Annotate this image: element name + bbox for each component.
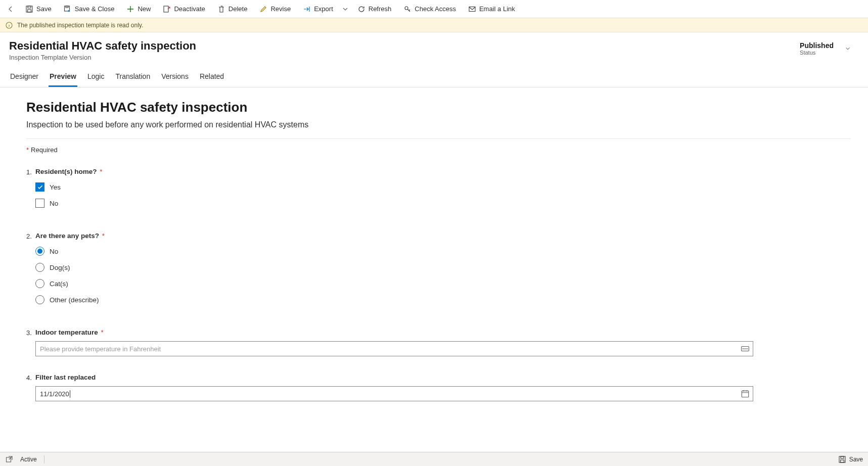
checkbox-icon — [35, 199, 44, 208]
delete-label: Delete — [229, 5, 248, 13]
deactivate-label: Deactivate — [174, 5, 205, 13]
date-input[interactable]: 11/1/2020 — [35, 386, 753, 401]
option-label: Dog(s) — [50, 264, 70, 271]
status-block: Published Status — [800, 41, 834, 56]
header-expand[interactable] — [842, 42, 854, 55]
asterisk-icon: * — [26, 146, 29, 154]
separator — [44, 455, 44, 463]
required-label: Required — [31, 146, 58, 154]
mail-icon — [468, 5, 476, 13]
question-number: 1. — [26, 168, 35, 176]
question-label: Are there any pets? * — [35, 232, 851, 240]
svg-rect-12 — [839, 456, 845, 462]
tab-related[interactable]: Related — [199, 70, 225, 87]
save-close-label: Save & Close — [75, 5, 115, 13]
export-icon — [303, 5, 311, 13]
save-close-button[interactable]: Save & Close — [59, 2, 120, 17]
form-preview: Residential HVAC safety inspection Inspe… — [0, 87, 868, 452]
checkbox-option-no[interactable]: No — [35, 199, 851, 208]
email-link-button[interactable]: Email a Link — [463, 2, 520, 17]
svg-rect-13 — [841, 456, 844, 458]
radio-icon — [35, 295, 44, 304]
calendar-icon[interactable] — [741, 389, 750, 398]
checkbox-icon — [35, 182, 44, 192]
svg-rect-0 — [26, 6, 32, 12]
plus-icon — [126, 5, 134, 13]
check-access-button[interactable]: Check Access — [398, 2, 461, 17]
radio-option-other[interactable]: Other (describe) — [35, 295, 851, 304]
key-icon — [403, 5, 412, 13]
radio-icon — [35, 263, 44, 272]
question-2: 2. Are there any pets? * No Dog(s) — [26, 232, 851, 311]
tab-logic[interactable]: Logic — [86, 70, 105, 87]
form-description: Inspection to be used before any work pe… — [26, 120, 851, 129]
delete-button[interactable]: Delete — [212, 2, 253, 17]
question-label: Indoor temperature * — [35, 329, 851, 336]
svg-rect-10 — [742, 391, 749, 397]
option-label: Yes — [50, 183, 61, 191]
tab-translation[interactable]: Translation — [114, 70, 151, 87]
new-label: New — [138, 5, 151, 13]
temperature-field[interactable] — [40, 345, 741, 353]
new-button[interactable]: New — [121, 2, 156, 17]
arrow-left-icon — [7, 5, 15, 13]
option-label: Other (describe) — [50, 296, 99, 304]
question-number: 2. — [26, 232, 35, 240]
refresh-icon — [357, 5, 366, 13]
radio-option-cats[interactable]: Cat(s) — [35, 279, 851, 288]
question-label: Resident(s) home? * — [35, 168, 851, 175]
option-label: Cat(s) — [50, 280, 68, 288]
email-link-label: Email a Link — [479, 5, 515, 13]
back-button[interactable] — [3, 2, 18, 17]
svg-rect-4 — [66, 6, 68, 8]
tab-versions[interactable]: Versions — [160, 70, 190, 87]
record-title: Residential HVAC safety inspection — [9, 39, 196, 53]
deactivate-button[interactable]: Deactivate — [158, 2, 210, 17]
option-label: No — [50, 200, 58, 207]
record-header: Residential HVAC safety inspection Inspe… — [0, 32, 868, 64]
question-number: 4. — [26, 374, 35, 382]
required-note: *Required — [26, 146, 851, 154]
option-label: No — [50, 248, 58, 255]
status-bar: Active Save — [0, 452, 868, 466]
footer-save-button[interactable]: Save — [838, 455, 863, 463]
question-1: 1. Resident(s) home? * Yes No — [26, 168, 851, 215]
info-icon — [5, 21, 13, 29]
divider — [26, 138, 851, 139]
svg-rect-5 — [164, 6, 168, 12]
status-label: Status — [800, 50, 834, 56]
save-label: Save — [36, 5, 52, 13]
record-entity: Inspection Template Version — [9, 54, 196, 61]
export-dropdown[interactable] — [340, 2, 350, 17]
save-button[interactable]: Save — [20, 2, 57, 17]
open-external-icon[interactable] — [5, 455, 13, 463]
radio-icon — [35, 247, 44, 256]
refresh-button[interactable]: Refresh — [352, 2, 397, 17]
question-4: 4. Filter last replaced 11/1/2020 — [26, 374, 851, 401]
tab-designer[interactable]: Designer — [9, 70, 39, 87]
svg-rect-2 — [28, 10, 31, 12]
save-icon — [838, 455, 846, 463]
command-bar: Save Save & Close New Deactivate Delete … — [0, 0, 868, 18]
deactivate-icon — [163, 5, 171, 13]
export-button[interactable]: Export — [298, 2, 338, 17]
checkbox-option-yes[interactable]: Yes — [35, 182, 851, 192]
export-label: Export — [314, 5, 333, 13]
save-icon — [25, 5, 33, 13]
footer-save-label: Save — [849, 456, 863, 463]
status-value: Published — [800, 41, 834, 50]
tab-preview[interactable]: Preview — [49, 70, 77, 87]
question-3: 3. Indoor temperature * — [26, 329, 851, 356]
radio-option-no[interactable]: No — [35, 247, 851, 256]
readonly-notification: The published inspection template is rea… — [0, 18, 868, 32]
record-state: Active — [20, 456, 37, 463]
radio-icon — [35, 279, 44, 288]
temperature-input[interactable] — [35, 341, 753, 356]
pencil-icon — [259, 5, 267, 13]
date-value: 11/1/2020 — [40, 390, 70, 398]
question-label: Filter last replaced — [35, 374, 851, 381]
svg-rect-1 — [28, 6, 31, 8]
revise-button[interactable]: Revise — [254, 2, 296, 17]
chevron-down-icon — [341, 5, 349, 13]
radio-option-dogs[interactable]: Dog(s) — [35, 263, 851, 272]
